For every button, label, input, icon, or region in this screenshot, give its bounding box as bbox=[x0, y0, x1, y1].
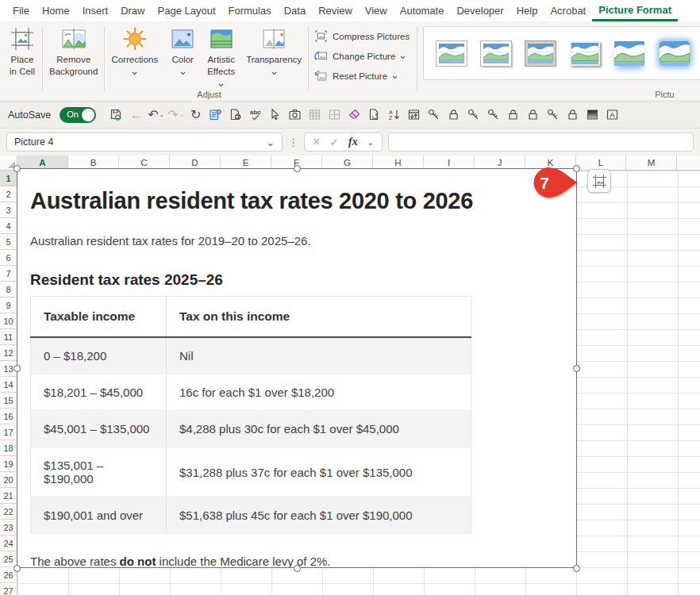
resize-handle-top-center[interactable] bbox=[294, 165, 301, 172]
resize-handle-top-left[interactable] bbox=[13, 165, 21, 172]
row-header-17[interactable]: 17 bbox=[0, 424, 17, 440]
redo-icon[interactable]: ↷⌄ bbox=[166, 105, 186, 125]
row-header-7[interactable]: 7 bbox=[0, 266, 17, 282]
tab-automate[interactable]: Automate bbox=[394, 0, 451, 21]
lock-icon[interactable] bbox=[503, 105, 523, 125]
color-button[interactable]: Color bbox=[163, 23, 202, 90]
tab-acrobat[interactable]: Acrobat bbox=[544, 0, 592, 21]
row-header-15[interactable]: 15 bbox=[0, 393, 17, 409]
key-icon[interactable] bbox=[483, 105, 503, 125]
key-icon[interactable] bbox=[463, 105, 483, 125]
autosave-toggle[interactable]: On bbox=[60, 107, 96, 123]
compress-pictures-button[interactable]: Compress Pictures bbox=[314, 29, 410, 43]
artistic-effects-button[interactable]: ArtisticEffects bbox=[202, 23, 240, 90]
eraser-icon[interactable] bbox=[344, 105, 364, 125]
resize-handle-bottom-center[interactable] bbox=[294, 565, 301, 572]
resize-handle-middle-right[interactable] bbox=[573, 365, 580, 372]
borders-grid-icon[interactable] bbox=[325, 105, 344, 125]
row-header-5[interactable]: 5 bbox=[0, 234, 17, 250]
row-header-12[interactable]: 12 bbox=[0, 345, 17, 361]
row-header-3[interactable]: 3 bbox=[0, 202, 17, 218]
fx-chevron-icon[interactable]: ⌄ bbox=[367, 138, 374, 147]
sort-az-icon[interactable]: AZ bbox=[384, 105, 404, 125]
remove-background-button[interactable]: RemoveBackground bbox=[44, 23, 103, 78]
data-types-icon[interactable] bbox=[206, 105, 225, 125]
column-header-l[interactable]: L bbox=[576, 155, 626, 170]
row-header-22[interactable]: 22 bbox=[0, 504, 17, 520]
row-header-6[interactable]: 6 bbox=[0, 250, 17, 266]
save-icon[interactable] bbox=[106, 105, 126, 125]
corrections-button[interactable]: Corrections bbox=[106, 23, 163, 90]
reset-picture-button[interactable]: Reset Picture bbox=[314, 69, 410, 83]
column-header-partial[interactable] bbox=[677, 155, 700, 170]
place-in-cell-button[interactable]: Placein Cell bbox=[3, 23, 41, 78]
row-header-18[interactable]: 18 bbox=[0, 440, 17, 456]
refresh-data-icon[interactable] bbox=[364, 105, 384, 125]
row-header-10[interactable]: 10 bbox=[0, 313, 17, 329]
refresh-icon[interactable]: ↻ bbox=[186, 105, 206, 125]
formula-bar-options-icon[interactable]: ⋮ bbox=[288, 136, 298, 148]
row-header-14[interactable]: 14 bbox=[0, 377, 17, 393]
tab-data[interactable]: Data bbox=[278, 0, 312, 21]
picture-style-thumbnail[interactable] bbox=[567, 37, 603, 69]
spelling-icon[interactable]: abc bbox=[245, 105, 265, 125]
in-cell-picture-button[interactable] bbox=[587, 169, 611, 193]
tab-insert[interactable]: Insert bbox=[76, 0, 115, 21]
tab-page-layout[interactable]: Page Layout bbox=[152, 0, 222, 21]
tab-formulas[interactable]: Formulas bbox=[222, 0, 278, 21]
picture-style-thumbnail[interactable] bbox=[656, 37, 692, 69]
row-header-20[interactable]: 20 bbox=[0, 472, 17, 488]
swap-window-icon[interactable] bbox=[404, 105, 424, 125]
picture-style-thumbnail[interactable] bbox=[612, 37, 648, 69]
undo-icon[interactable]: ↶⌄ bbox=[146, 105, 166, 125]
selected-picture[interactable]: Australian resident tax rates 2020 to 20… bbox=[17, 168, 577, 568]
row-header-4[interactable]: 4 bbox=[0, 218, 17, 234]
key-icon[interactable] bbox=[543, 105, 563, 125]
cancel-icon[interactable]: × bbox=[313, 135, 320, 149]
key-icon[interactable] bbox=[424, 105, 444, 125]
row-header-9[interactable]: 9 bbox=[0, 298, 17, 313]
font-box-icon[interactable]: A bbox=[602, 105, 622, 125]
tab-help[interactable]: Help bbox=[510, 0, 544, 21]
row-header-11[interactable]: 11 bbox=[0, 329, 17, 345]
resize-handle-middle-left[interactable] bbox=[13, 365, 21, 372]
lock-icon[interactable] bbox=[444, 105, 463, 125]
insert-table-icon[interactable] bbox=[305, 105, 325, 125]
row-header-8[interactable]: 8 bbox=[0, 282, 17, 298]
row-header-21[interactable]: 21 bbox=[0, 488, 17, 504]
insert-function-icon[interactable]: fx bbox=[348, 136, 358, 148]
row-header-23[interactable]: 23 bbox=[0, 520, 17, 536]
name-box-chevron-icon[interactable]: ⌄ bbox=[267, 136, 275, 148]
tab-draw[interactable]: Draw bbox=[114, 0, 151, 21]
picture-style-thumbnail[interactable] bbox=[433, 37, 469, 69]
picture-style-thumbnail[interactable] bbox=[478, 37, 513, 69]
formula-input[interactable] bbox=[388, 132, 694, 152]
select-cursor-icon[interactable] bbox=[265, 105, 285, 125]
enter-icon[interactable]: ✓ bbox=[329, 136, 339, 148]
row-header-27[interactable]: 27 bbox=[0, 583, 17, 595]
tab-view[interactable]: View bbox=[359, 0, 394, 21]
camera-icon[interactable] bbox=[285, 105, 305, 125]
row-header-1[interactable]: 1 bbox=[0, 171, 17, 186]
tab-picture-format[interactable]: Picture Format bbox=[592, 0, 678, 21]
row-header-2[interactable]: 2 bbox=[0, 186, 17, 202]
print-preview-icon[interactable] bbox=[225, 105, 245, 125]
tab-review[interactable]: Review bbox=[312, 0, 359, 21]
tab-developer[interactable]: Developer bbox=[450, 0, 510, 21]
fill-gradient-icon[interactable] bbox=[583, 105, 602, 125]
resize-handle-bottom-right[interactable] bbox=[573, 565, 580, 572]
tab-file[interactable]: File bbox=[6, 0, 36, 21]
lock-icon[interactable] bbox=[523, 105, 543, 125]
change-picture-button[interactable]: Change Picture bbox=[314, 49, 410, 63]
resize-handle-bottom-left[interactable] bbox=[13, 565, 21, 572]
tab-home[interactable]: Home bbox=[36, 0, 76, 21]
row-header-16[interactable]: 16 bbox=[0, 409, 17, 424]
row-header-24[interactable]: 24 bbox=[0, 536, 17, 551]
row-header-19[interactable]: 19 bbox=[0, 456, 17, 472]
lock-icon[interactable] bbox=[563, 105, 583, 125]
column-header-m[interactable]: M bbox=[626, 155, 677, 170]
name-box[interactable]: Picture 4 ⌄ bbox=[6, 132, 283, 152]
transparency-button[interactable]: Transparency bbox=[240, 23, 307, 90]
picture-style-thumbnail[interactable] bbox=[523, 37, 559, 69]
back-arrow-icon[interactable]: ← bbox=[126, 105, 146, 125]
